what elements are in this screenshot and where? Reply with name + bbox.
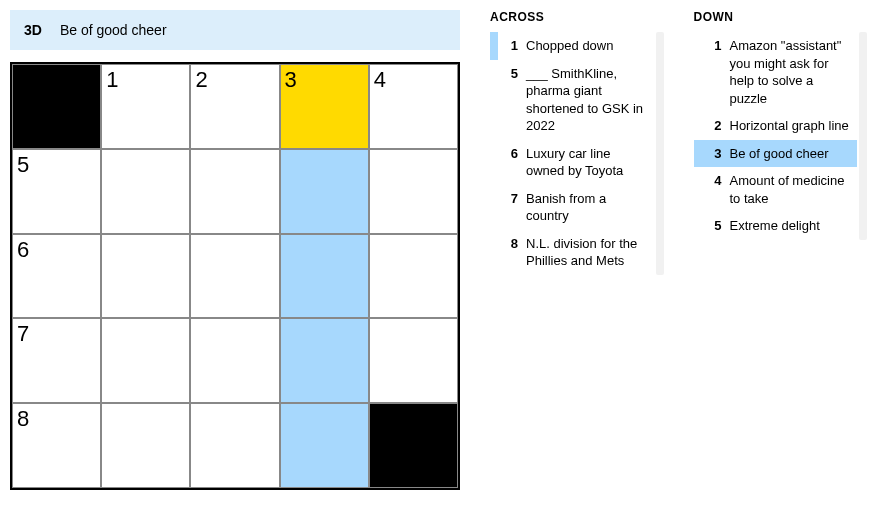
clue-number: 5	[708, 217, 722, 235]
clue-number: 5	[504, 65, 518, 135]
clue-text: N.L. division for the Phillies and Mets	[526, 235, 650, 270]
grid-cell[interactable]: 2	[190, 64, 279, 149]
current-clue-text: Be of good cheer	[60, 22, 167, 38]
across-clue-1[interactable]: 1Chopped down	[490, 32, 654, 60]
across-heading: ACROSS	[490, 10, 654, 24]
down-heading: DOWN	[694, 10, 858, 24]
scrollbar-track[interactable]	[656, 32, 664, 275]
grid-cell[interactable]: 1	[101, 64, 190, 149]
clue-text: Amount of medicine to take	[730, 172, 854, 207]
grid-cell[interactable]: 5	[12, 149, 101, 234]
clue-text: Extreme delight	[730, 217, 854, 235]
clue-text: Be of good cheer	[730, 145, 854, 163]
grid-cell[interactable]	[280, 403, 369, 488]
crossword-grid[interactable]: 12345678	[10, 62, 460, 490]
grid-cell[interactable]: 3	[280, 64, 369, 149]
clue-text: Luxury car line owned by Toyota	[526, 145, 650, 180]
down-clue-2[interactable]: 2Horizontal graph line	[694, 112, 858, 140]
clue-text: Horizontal graph line	[730, 117, 854, 135]
clue-text: Amazon "assistant" you might ask for hel…	[730, 37, 854, 107]
cell-number: 7	[17, 321, 29, 347]
cell-number: 5	[17, 152, 29, 178]
across-clue-7[interactable]: 7Banish from a country	[490, 185, 654, 230]
across-column: ACROSS 1Chopped down5___ SmithKline, pha…	[490, 10, 664, 275]
down-clue-5[interactable]: 5Extreme delight	[694, 212, 858, 240]
grid-cell[interactable]	[280, 318, 369, 403]
current-clue-bar[interactable]: 3D Be of good cheer	[10, 10, 460, 50]
cell-number: 6	[17, 237, 29, 263]
down-clue-list: 1Amazon "assistant" you might ask for he…	[694, 32, 858, 240]
grid-cell[interactable]	[101, 234, 190, 319]
cell-number: 4	[374, 67, 386, 93]
grid-cell[interactable]	[190, 403, 279, 488]
clue-number: 3	[708, 145, 722, 163]
grid-cell[interactable]	[190, 234, 279, 319]
clue-number: 7	[504, 190, 518, 225]
grid-cell	[369, 403, 458, 488]
grid-cell[interactable]: 4	[369, 64, 458, 149]
scrollbar-track[interactable]	[859, 32, 867, 240]
clue-number: 1	[504, 37, 518, 55]
grid-cell[interactable]	[101, 149, 190, 234]
grid-cell[interactable]	[190, 318, 279, 403]
grid-cell[interactable]	[280, 149, 369, 234]
grid-cell[interactable]	[280, 234, 369, 319]
down-clue-1[interactable]: 1Amazon "assistant" you might ask for he…	[694, 32, 858, 112]
grid-cell	[12, 64, 101, 149]
clue-text: ___ SmithKline, pharma giant shortened t…	[526, 65, 650, 135]
crossword-layout: 3D Be of good cheer 12345678 ACROSS 1Cho…	[10, 10, 867, 490]
cell-number: 3	[285, 67, 297, 93]
grid-cell[interactable]	[101, 403, 190, 488]
left-column: 3D Be of good cheer 12345678	[10, 10, 460, 490]
grid-cell[interactable]	[369, 318, 458, 403]
cell-number: 1	[106, 67, 118, 93]
cell-number: 8	[17, 406, 29, 432]
grid-cell[interactable]: 7	[12, 318, 101, 403]
clue-number: 2	[708, 117, 722, 135]
clue-number: 1	[708, 37, 722, 107]
cell-number: 2	[195, 67, 207, 93]
grid-cell[interactable]: 6	[12, 234, 101, 319]
across-clue-8[interactable]: 8N.L. division for the Phillies and Mets	[490, 230, 654, 275]
current-clue-label: 3D	[24, 22, 42, 38]
down-clue-4[interactable]: 4Amount of medicine to take	[694, 167, 858, 212]
grid-cell[interactable]	[101, 318, 190, 403]
across-clue-list: 1Chopped down5___ SmithKline, pharma gia…	[490, 32, 654, 275]
clue-number: 8	[504, 235, 518, 270]
clue-number: 6	[504, 145, 518, 180]
clue-text: Banish from a country	[526, 190, 650, 225]
grid-cell[interactable]	[369, 234, 458, 319]
grid-cell[interactable]	[369, 149, 458, 234]
down-clue-3[interactable]: 3Be of good cheer	[694, 140, 858, 168]
down-column: DOWN 1Amazon "assistant" you might ask f…	[694, 10, 868, 240]
across-clue-5[interactable]: 5___ SmithKline, pharma giant shortened …	[490, 60, 654, 140]
grid-cell[interactable]	[190, 149, 279, 234]
across-clue-6[interactable]: 6Luxury car line owned by Toyota	[490, 140, 654, 185]
clue-text: Chopped down	[526, 37, 650, 55]
grid-cell[interactable]: 8	[12, 403, 101, 488]
clue-number: 4	[708, 172, 722, 207]
